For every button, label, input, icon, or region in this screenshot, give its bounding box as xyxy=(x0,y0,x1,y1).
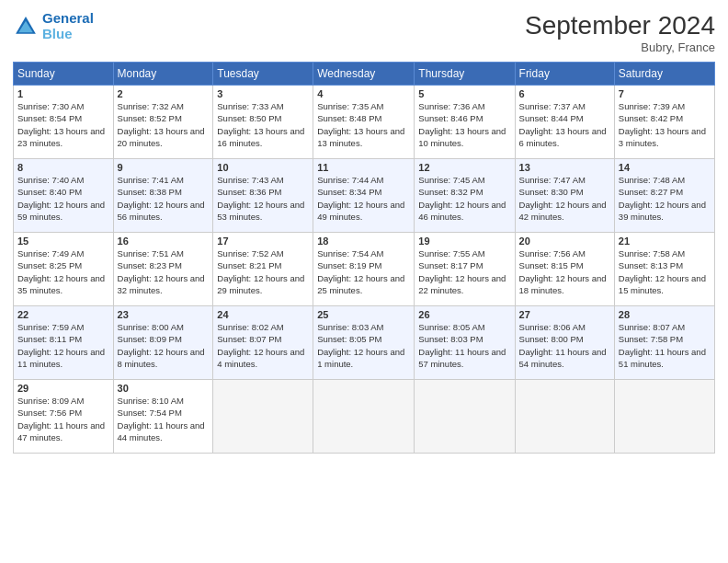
daylight-label: Daylight: 13 hours and 3 minutes. xyxy=(619,126,706,148)
day-cell: 5 Sunrise: 7:36 AM Sunset: 8:46 PM Dayli… xyxy=(415,86,515,159)
sunrise-label: Sunrise: 7:45 AM xyxy=(418,175,484,185)
day-number: 30 xyxy=(118,383,210,394)
day-info: Sunrise: 7:43 AM Sunset: 8:36 PM Dayligh… xyxy=(217,174,309,223)
daylight-label: Daylight: 12 hours and 25 minutes. xyxy=(317,273,404,295)
week-row-4: 29 Sunrise: 8:09 AM Sunset: 7:56 PM Dayl… xyxy=(14,380,715,454)
day-cell: 7 Sunrise: 7:39 AM Sunset: 8:42 PM Dayli… xyxy=(614,86,714,159)
day-info: Sunrise: 8:05 AM Sunset: 8:03 PM Dayligh… xyxy=(418,321,510,370)
sunrise-label: Sunrise: 7:48 AM xyxy=(619,175,685,185)
sunrise-label: Sunrise: 7:49 AM xyxy=(17,248,84,259)
daylight-label: Daylight: 12 hours and 8 minutes. xyxy=(118,347,205,369)
daylight-label: Daylight: 11 hours and 51 minutes. xyxy=(619,347,706,369)
sunset-label: Sunset: 8:40 PM xyxy=(17,187,82,197)
day-number: 1 xyxy=(17,88,109,99)
day-info: Sunrise: 7:33 AM Sunset: 8:50 PM Dayligh… xyxy=(217,100,309,149)
day-number: 20 xyxy=(519,236,610,247)
day-cell: 2 Sunrise: 7:32 AM Sunset: 8:52 PM Dayli… xyxy=(113,86,213,159)
sunset-label: Sunset: 8:17 PM xyxy=(418,260,483,270)
day-info: Sunrise: 7:59 AM Sunset: 8:11 PM Dayligh… xyxy=(17,321,109,370)
sunrise-label: Sunrise: 8:05 AM xyxy=(418,322,484,332)
day-cell: 13 Sunrise: 7:47 AM Sunset: 8:30 PM Dayl… xyxy=(515,159,614,233)
day-cell: 3 Sunrise: 7:33 AM Sunset: 8:50 PM Dayli… xyxy=(213,86,313,159)
sunset-label: Sunset: 8:52 PM xyxy=(118,113,182,123)
day-info: Sunrise: 7:49 AM Sunset: 8:25 PM Dayligh… xyxy=(17,247,109,296)
sunset-label: Sunset: 8:27 PM xyxy=(619,187,683,197)
week-row-3: 22 Sunrise: 7:59 AM Sunset: 8:11 PM Dayl… xyxy=(14,306,715,380)
day-number: 25 xyxy=(317,309,410,320)
logo-text: General Blue xyxy=(42,11,94,41)
sunrise-label: Sunrise: 7:39 AM xyxy=(619,101,685,111)
header-thursday: Thursday xyxy=(415,63,515,86)
sunset-label: Sunset: 7:58 PM xyxy=(619,334,683,344)
day-cell xyxy=(415,380,515,454)
sunrise-label: Sunrise: 8:02 AM xyxy=(217,322,283,332)
daylight-label: Daylight: 13 hours and 16 minutes. xyxy=(217,126,304,148)
sunset-label: Sunset: 8:50 PM xyxy=(217,113,281,123)
month-title: September 2024 xyxy=(525,11,715,40)
sunrise-label: Sunrise: 7:55 AM xyxy=(418,248,484,259)
header-wednesday: Wednesday xyxy=(313,63,415,86)
sunset-label: Sunset: 8:03 PM xyxy=(418,334,483,344)
daylight-label: Daylight: 12 hours and 32 minutes. xyxy=(118,273,205,295)
header-monday: Monday xyxy=(113,63,213,86)
day-info: Sunrise: 7:55 AM Sunset: 8:17 PM Dayligh… xyxy=(418,247,510,296)
day-cell: 28 Sunrise: 8:07 AM Sunset: 7:58 PM Dayl… xyxy=(614,306,714,380)
sunrise-label: Sunrise: 7:59 AM xyxy=(17,322,84,332)
header: General Blue September 2024 Bubry, Franc… xyxy=(13,11,715,54)
sunset-label: Sunset: 8:44 PM xyxy=(519,113,584,123)
sunrise-label: Sunrise: 7:30 AM xyxy=(17,101,84,111)
day-info: Sunrise: 7:35 AM Sunset: 8:48 PM Dayligh… xyxy=(317,100,410,149)
day-cell: 24 Sunrise: 8:02 AM Sunset: 8:07 PM Dayl… xyxy=(213,306,313,380)
day-info: Sunrise: 7:52 AM Sunset: 8:21 PM Dayligh… xyxy=(217,247,309,296)
day-number: 3 xyxy=(217,88,309,99)
day-cell: 22 Sunrise: 7:59 AM Sunset: 8:11 PM Dayl… xyxy=(14,306,114,380)
sunset-label: Sunset: 8:05 PM xyxy=(317,334,381,344)
calendar: Sunday Monday Tuesday Wednesday Thursday… xyxy=(13,62,715,454)
day-cell: 11 Sunrise: 7:44 AM Sunset: 8:34 PM Dayl… xyxy=(313,159,415,233)
sunrise-label: Sunrise: 7:51 AM xyxy=(118,248,184,259)
day-info: Sunrise: 7:45 AM Sunset: 8:32 PM Dayligh… xyxy=(418,174,510,223)
sunrise-label: Sunrise: 7:58 AM xyxy=(619,248,685,259)
sunset-label: Sunset: 8:42 PM xyxy=(619,113,683,123)
day-cell: 25 Sunrise: 8:03 AM Sunset: 8:05 PM Dayl… xyxy=(313,306,415,380)
day-info: Sunrise: 7:36 AM Sunset: 8:46 PM Dayligh… xyxy=(418,100,510,149)
sunrise-label: Sunrise: 7:43 AM xyxy=(217,175,283,185)
day-number: 2 xyxy=(118,88,210,99)
daylight-label: Daylight: 13 hours and 10 minutes. xyxy=(418,126,506,148)
daylight-label: Daylight: 11 hours and 44 minutes. xyxy=(118,420,205,442)
daylight-label: Daylight: 13 hours and 20 minutes. xyxy=(118,126,205,148)
day-info: Sunrise: 7:48 AM Sunset: 8:27 PM Dayligh… xyxy=(619,174,711,223)
sunset-label: Sunset: 8:54 PM xyxy=(17,113,82,123)
sunrise-label: Sunrise: 8:03 AM xyxy=(317,322,383,332)
daylight-label: Daylight: 12 hours and 42 minutes. xyxy=(519,200,607,222)
day-cell: 9 Sunrise: 7:41 AM Sunset: 8:38 PM Dayli… xyxy=(113,159,213,233)
sunset-label: Sunset: 8:32 PM xyxy=(418,187,483,197)
sunset-label: Sunset: 8:13 PM xyxy=(619,260,683,270)
day-number: 19 xyxy=(418,236,510,247)
sunrise-label: Sunrise: 7:32 AM xyxy=(118,101,184,111)
sunset-label: Sunset: 8:38 PM xyxy=(118,187,182,197)
day-cell: 16 Sunrise: 7:51 AM Sunset: 8:23 PM Dayl… xyxy=(113,233,213,306)
day-cell: 23 Sunrise: 8:00 AM Sunset: 8:09 PM Dayl… xyxy=(113,306,213,380)
day-info: Sunrise: 8:06 AM Sunset: 8:00 PM Dayligh… xyxy=(519,321,610,370)
day-info: Sunrise: 8:02 AM Sunset: 8:07 PM Dayligh… xyxy=(217,321,309,370)
day-cell: 14 Sunrise: 7:48 AM Sunset: 8:27 PM Dayl… xyxy=(614,159,714,233)
sunrise-label: Sunrise: 7:52 AM xyxy=(217,248,283,259)
day-cell: 18 Sunrise: 7:54 AM Sunset: 8:19 PM Dayl… xyxy=(313,233,415,306)
sunset-label: Sunset: 8:23 PM xyxy=(118,260,182,270)
week-row-0: 1 Sunrise: 7:30 AM Sunset: 8:54 PM Dayli… xyxy=(14,86,715,159)
weekday-header-row: Sunday Monday Tuesday Wednesday Thursday… xyxy=(14,63,715,86)
daylight-label: Daylight: 13 hours and 13 minutes. xyxy=(317,126,404,148)
daylight-label: Daylight: 12 hours and 4 minutes. xyxy=(217,347,304,369)
day-cell: 27 Sunrise: 8:06 AM Sunset: 8:00 PM Dayl… xyxy=(515,306,614,380)
daylight-label: Daylight: 12 hours and 56 minutes. xyxy=(118,200,205,222)
day-cell: 12 Sunrise: 7:45 AM Sunset: 8:32 PM Dayl… xyxy=(415,159,515,233)
daylight-label: Daylight: 12 hours and 53 minutes. xyxy=(217,200,304,222)
day-number: 27 xyxy=(519,309,610,320)
day-cell: 15 Sunrise: 7:49 AM Sunset: 8:25 PM Dayl… xyxy=(14,233,114,306)
sunrise-label: Sunrise: 7:41 AM xyxy=(118,175,184,185)
sunrise-label: Sunrise: 7:33 AM xyxy=(217,101,283,111)
sunset-label: Sunset: 8:21 PM xyxy=(217,260,281,270)
sunset-label: Sunset: 8:09 PM xyxy=(118,334,182,344)
sunrise-label: Sunrise: 7:44 AM xyxy=(317,175,383,185)
